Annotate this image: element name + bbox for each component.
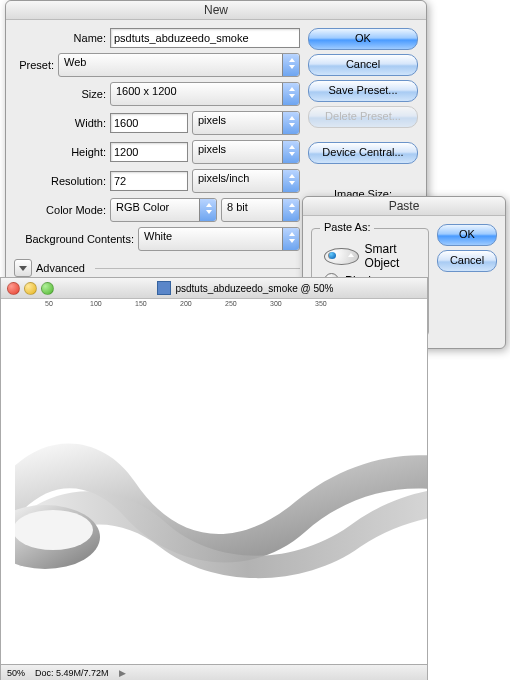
- bg-contents-select[interactable]: White: [138, 227, 300, 251]
- document-icon: [157, 281, 171, 295]
- document-window: psdtuts_abduzeedo_smoke @ 50% 50 100 150…: [0, 277, 428, 680]
- paste-cancel-button[interactable]: Cancel: [437, 250, 497, 272]
- color-mode-label: Color Mode:: [14, 204, 106, 216]
- width-input[interactable]: [110, 113, 188, 133]
- save-preset-button[interactable]: Save Preset...: [308, 80, 418, 102]
- preset-select[interactable]: Web: [58, 53, 300, 77]
- paste-ok-button[interactable]: OK: [437, 224, 497, 246]
- size-label: Size:: [14, 88, 106, 100]
- document-title: psdtuts_abduzeedo_smoke @ 50%: [175, 283, 333, 294]
- preset-label: Preset:: [14, 59, 54, 71]
- cancel-button[interactable]: Cancel: [308, 54, 418, 76]
- resolution-input[interactable]: [110, 171, 188, 191]
- zoom-level[interactable]: 50%: [7, 668, 25, 678]
- advanced-label: Advanced: [36, 262, 85, 274]
- device-central-button[interactable]: Device Central...: [308, 142, 418, 164]
- dialog-title: New: [6, 1, 426, 20]
- height-unit-select[interactable]: pixels: [192, 140, 300, 164]
- color-mode-select[interactable]: RGB Color: [110, 198, 217, 222]
- width-label: Width:: [14, 117, 106, 129]
- resolution-label: Resolution:: [14, 175, 106, 187]
- paste-dialog-title: Paste: [303, 197, 505, 216]
- vertical-ruler[interactable]: [1, 312, 16, 665]
- close-icon[interactable]: [7, 282, 20, 295]
- minimize-icon[interactable]: [24, 282, 37, 295]
- width-unit-select[interactable]: pixels: [192, 111, 300, 135]
- name-input[interactable]: [110, 28, 300, 48]
- size-select[interactable]: 1600 x 1200: [110, 82, 300, 106]
- canvas-area[interactable]: [15, 312, 427, 665]
- status-bar: 50% Doc: 5.49M/7.72M ▶: [1, 664, 427, 680]
- advanced-disclosure[interactable]: [14, 259, 32, 277]
- height-input[interactable]: [110, 142, 188, 162]
- radio-icon: [324, 248, 359, 265]
- smoke-artwork: [15, 392, 427, 602]
- zoom-icon[interactable]: [41, 282, 54, 295]
- name-label: Name:: [14, 32, 106, 44]
- radio-smart-object[interactable]: Smart Object: [324, 242, 416, 270]
- ok-button[interactable]: OK: [308, 28, 418, 50]
- resolution-unit-select[interactable]: pixels/inch: [192, 169, 300, 193]
- paste-as-legend: Paste As:: [320, 221, 374, 233]
- document-titlebar[interactable]: psdtuts_abduzeedo_smoke @ 50%: [1, 278, 427, 299]
- delete-preset-button: Delete Preset...: [308, 106, 418, 128]
- doc-size: Doc: 5.49M/7.72M: [35, 668, 109, 678]
- height-label: Height:: [14, 146, 106, 158]
- svg-point-1: [15, 510, 93, 550]
- color-depth-select[interactable]: 8 bit: [221, 198, 300, 222]
- bg-contents-label: Background Contents:: [14, 233, 134, 245]
